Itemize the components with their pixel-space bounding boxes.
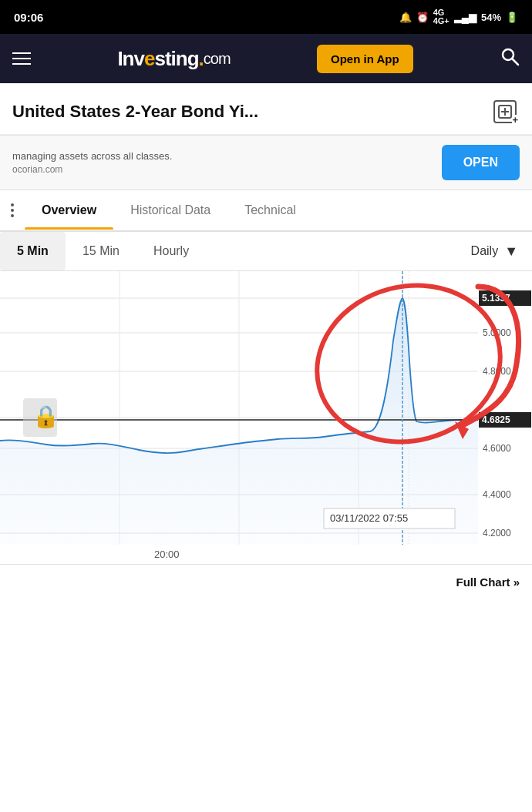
svg-text:5.0000: 5.0000 bbox=[483, 327, 511, 338]
svg-line-1 bbox=[512, 59, 518, 65]
add-widget-icon bbox=[493, 100, 517, 123]
tabs-area: Overview Historical Data Technical bbox=[0, 190, 532, 232]
network-icon: 🔔 bbox=[399, 12, 412, 23]
full-chart-area: Full Chart » bbox=[0, 564, 532, 600]
full-chart-link[interactable]: Full Chart » bbox=[456, 575, 520, 589]
ad-line1: managing assets across all classes. bbox=[12, 150, 433, 162]
svg-text:4.8000: 4.8000 bbox=[483, 366, 511, 377]
time-tab-daily-dropdown[interactable]: Daily ▼ bbox=[457, 233, 532, 270]
svg-text:🔒: 🔒 bbox=[32, 404, 59, 429]
tab-technical[interactable]: Technical bbox=[227, 193, 313, 228]
logo-investing: Investing bbox=[117, 47, 198, 71]
time-tab-hourly[interactable]: Hourly bbox=[136, 232, 206, 270]
hamburger-menu[interactable] bbox=[12, 52, 31, 65]
page-title-area: United States 2-Year Bond Yi... bbox=[0, 83, 532, 135]
header: Investing . com Open in App bbox=[0, 34, 532, 83]
svg-text:5.1337: 5.1337 bbox=[482, 293, 510, 304]
logo: Investing . com bbox=[117, 47, 230, 71]
time-tab-15min[interactable]: 15 Min bbox=[66, 232, 136, 270]
ad-text: managing assets across all classes. ocor… bbox=[12, 150, 433, 175]
dropdown-arrow-icon: ▼ bbox=[504, 243, 518, 260]
tab-historical-data[interactable]: Historical Data bbox=[113, 193, 227, 228]
svg-text:4.6000: 4.6000 bbox=[483, 443, 511, 454]
ad-open-button[interactable]: OPEN bbox=[442, 145, 520, 180]
alarm-icon: ⏰ bbox=[416, 12, 429, 23]
logo-com: com bbox=[204, 50, 231, 68]
page-title: United States 2-Year Bond Yi... bbox=[12, 102, 490, 122]
status-bar: 09:06 🔔 ⏰ 4G4G+ ▂▄▆ 54% 🔋 bbox=[0, 0, 532, 34]
chart-svg: 5.1337 5.0000 4.8000 4.6000 4.4000 4.200… bbox=[0, 271, 532, 564]
status-icons: 🔔 ⏰ 4G4G+ ▂▄▆ 54% 🔋 bbox=[399, 8, 518, 25]
signal-bars: ▂▄▆ bbox=[454, 12, 476, 23]
battery-icon: 🔋 bbox=[506, 12, 518, 23]
chart-area: 5.1337 5.0000 4.8000 4.6000 4.4000 4.200… bbox=[0, 271, 532, 564]
svg-text:20:00: 20:00 bbox=[154, 549, 180, 560]
svg-text:4.4000: 4.4000 bbox=[483, 489, 511, 500]
svg-text:4.2000: 4.2000 bbox=[483, 528, 511, 539]
add-widget-button[interactable] bbox=[490, 97, 520, 126]
time-display: 09:06 bbox=[14, 11, 43, 24]
svg-text:03/11/2022 07:55: 03/11/2022 07:55 bbox=[330, 512, 408, 524]
search-button[interactable] bbox=[500, 46, 520, 71]
time-period-tabs: 5 Min 15 Min Hourly Daily ▼ bbox=[0, 232, 532, 271]
network-type: 4G4G+ bbox=[433, 8, 450, 25]
ad-banner: managing assets across all classes. ocor… bbox=[0, 135, 532, 190]
ad-url: ocorian.com bbox=[12, 164, 433, 175]
battery-percent: 54% bbox=[481, 12, 501, 23]
search-icon bbox=[500, 46, 520, 66]
tabs-more-button[interactable] bbox=[0, 190, 25, 230]
svg-text:4.6825: 4.6825 bbox=[482, 414, 510, 425]
tab-overview[interactable]: Overview bbox=[25, 193, 113, 228]
open-in-app-button[interactable]: Open in App bbox=[317, 45, 413, 73]
time-tab-5min[interactable]: 5 Min bbox=[0, 232, 66, 270]
